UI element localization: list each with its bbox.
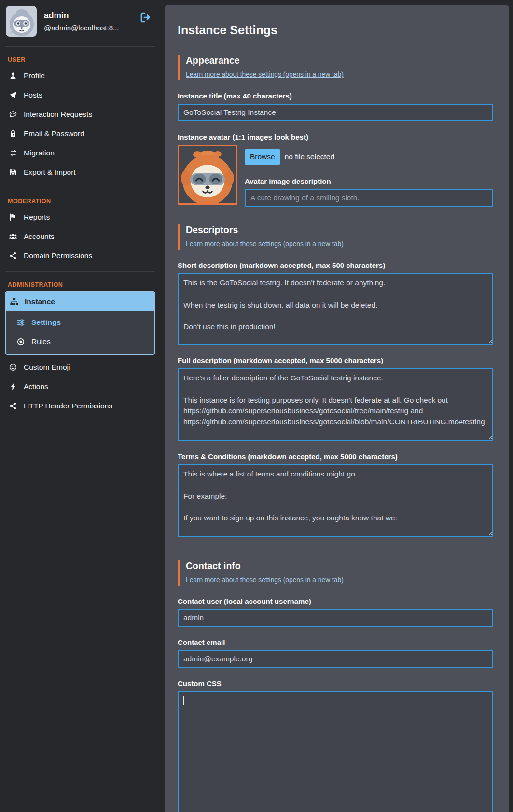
section-title: Descriptors xyxy=(186,224,493,236)
instance-avatar-preview xyxy=(178,145,237,205)
sidebar-section-user: USER Profile Posts Interaction Requests xyxy=(5,56,155,188)
arrows-left-right-icon xyxy=(9,149,17,157)
instance-title-label: Instance title (max 40 characters) xyxy=(178,92,493,100)
learn-more-link[interactable]: Learn more about these settings (opens i… xyxy=(186,576,344,584)
sidebar-item-export-import[interactable]: Export & Import xyxy=(5,163,155,182)
terms-textarea[interactable]: This is where a list of terms and condit… xyxy=(178,464,493,537)
sidebar-item-label: Custom Emoji xyxy=(24,363,70,372)
field-short-description: Short description (markdown accepted, ma… xyxy=(178,261,493,345)
field-instance-title: Instance title (max 40 characters) xyxy=(178,92,493,121)
circle-dot-icon xyxy=(16,338,25,346)
sidebar-item-interaction-requests[interactable]: Interaction Requests xyxy=(5,105,155,124)
sidebar-item-domain-permissions[interactable]: Domain Permissions xyxy=(5,246,155,266)
field-terms: Terms & Conditions (markdown accepted, m… xyxy=(178,452,493,537)
custom-css-textarea[interactable] xyxy=(178,691,493,812)
sidebar-item-reports[interactable]: Reports xyxy=(5,208,155,227)
section-label-administration: ADMINISTRATION xyxy=(8,281,155,288)
sidebar-item-settings[interactable]: Settings xyxy=(13,313,154,332)
user-card[interactable]: admin @admin@localhost:8... xyxy=(5,5,155,47)
sidebar-section-administration: ADMINISTRATION Instance Settings xyxy=(5,281,155,421)
instance-title-input[interactable] xyxy=(178,104,493,121)
learn-more-link[interactable]: Learn more about these settings (opens i… xyxy=(186,71,344,78)
sidebar-item-migration[interactable]: Migration xyxy=(5,143,155,163)
sidebar-item-label: HTTP Header Permissions xyxy=(24,402,112,410)
section-title: Contact info xyxy=(186,560,493,572)
field-custom-css: Custom CSS xyxy=(178,679,493,812)
app-layout: admin @admin@localhost:8... USER Profile xyxy=(0,0,513,812)
terms-label: Terms & Conditions (markdown accepted, m… xyxy=(178,452,493,461)
short-description-textarea[interactable]: This is the GoToSocial testrig. It doesn… xyxy=(178,273,493,345)
instance-submenu: Settings Rules xyxy=(6,311,154,354)
bolt-icon xyxy=(9,383,17,391)
section-label-user: USER xyxy=(8,56,155,63)
user-name: admin xyxy=(44,11,119,21)
sidebar-item-email-password[interactable]: Email & Password xyxy=(5,124,155,143)
sidebar-item-accounts[interactable]: Accounts xyxy=(5,227,155,246)
sidebar-item-label: Rules xyxy=(31,337,51,346)
sidebar-item-label: Export & Import xyxy=(24,168,76,177)
sidebar-item-label: Migration xyxy=(24,149,55,157)
page-title: Instance Settings xyxy=(178,23,493,37)
sidebar: admin @admin@localhost:8... USER Profile xyxy=(5,5,155,421)
short-description-label: Short description (markdown accepted, ma… xyxy=(178,261,493,269)
sidebar-section-moderation: MODERATION Reports Accounts Domain Permi… xyxy=(5,198,155,272)
avatar-description-label: Avatar image description xyxy=(245,177,493,185)
user-icon xyxy=(9,72,17,80)
section-label-moderation: MODERATION xyxy=(8,198,155,205)
sitemap-icon xyxy=(10,298,18,306)
sidebar-item-label: Posts xyxy=(24,91,42,99)
learn-more-link[interactable]: Learn more about these settings (opens i… xyxy=(186,240,344,248)
sidebar-item-posts[interactable]: Posts xyxy=(5,85,155,105)
sidebar-item-label: Instance xyxy=(25,297,55,306)
flag-icon xyxy=(9,213,17,221)
logout-icon[interactable] xyxy=(139,11,153,26)
section-descriptors-header: Descriptors Learn more about these setti… xyxy=(178,224,493,250)
user-handle: @admin@localhost:8... xyxy=(44,24,119,32)
sidebar-item-label: Actions xyxy=(24,382,48,391)
section-contact-header: Contact info Learn more about these sett… xyxy=(178,560,493,586)
sidebar-item-instance[interactable]: Instance xyxy=(6,292,154,311)
browse-button[interactable]: Browse xyxy=(245,149,280,165)
full-description-textarea[interactable]: Here's a fuller description of the GoToS… xyxy=(178,368,493,441)
contact-email-input[interactable] xyxy=(178,650,493,668)
field-contact-user: Contact user (local account username) xyxy=(178,597,493,627)
sidebar-item-actions[interactable]: Actions xyxy=(5,377,155,396)
sidebar-item-label: Interaction Requests xyxy=(24,110,92,119)
field-full-description: Full description (markdown accepted, max… xyxy=(178,356,493,441)
sidebar-item-profile[interactable]: Profile xyxy=(5,66,155,85)
paper-plane-icon xyxy=(9,91,17,99)
sidebar-item-http-header-permissions[interactable]: HTTP Header Permissions xyxy=(5,396,155,416)
sidebar-item-label: Settings xyxy=(31,318,61,327)
contact-email-label: Contact email xyxy=(178,638,493,646)
text-cursor xyxy=(183,696,184,705)
instance-avatar-label: Instance avatar (1:1 images look best) xyxy=(178,133,493,141)
sidebar-item-label: Reports xyxy=(24,213,50,222)
user-names: admin @admin@localhost:8... xyxy=(44,11,119,32)
section-appearance-header: Appearance Learn more about these settin… xyxy=(178,55,493,80)
share-nodes-icon xyxy=(9,402,17,410)
sidebar-item-label: Domain Permissions xyxy=(24,252,92,260)
avatar-file-picker: Browse no file selected xyxy=(245,149,493,165)
sliders-icon xyxy=(16,319,25,326)
custom-css-label: Custom CSS xyxy=(178,679,493,687)
users-icon xyxy=(9,233,17,240)
sidebar-item-custom-emoji[interactable]: Custom Emoji xyxy=(5,358,155,377)
full-description-label: Full description (markdown accepted, max… xyxy=(178,356,493,364)
contact-user-input[interactable] xyxy=(178,609,493,627)
instance-menu-block: Instance Settings Rules xyxy=(5,291,155,355)
field-instance-avatar: Instance avatar (1:1 images look best) xyxy=(178,133,493,207)
share-nodes-icon xyxy=(9,252,17,260)
floppy-disk-icon xyxy=(9,168,17,176)
no-file-selected-text: no file selected xyxy=(285,153,334,161)
user-avatar xyxy=(6,6,37,37)
avatar-description-input[interactable] xyxy=(245,189,493,207)
section-title: Appearance xyxy=(186,55,493,66)
contact-user-label: Contact user (local account username) xyxy=(178,597,493,605)
lock-icon xyxy=(9,130,17,138)
main-panel: Instance Settings Appearance Learn more … xyxy=(165,5,509,812)
smiley-icon xyxy=(9,364,17,371)
sidebar-item-rules[interactable]: Rules xyxy=(13,332,154,351)
field-contact-email: Contact email xyxy=(178,638,493,668)
comment-dots-icon xyxy=(9,111,17,118)
sidebar-item-label: Email & Password xyxy=(24,129,84,138)
